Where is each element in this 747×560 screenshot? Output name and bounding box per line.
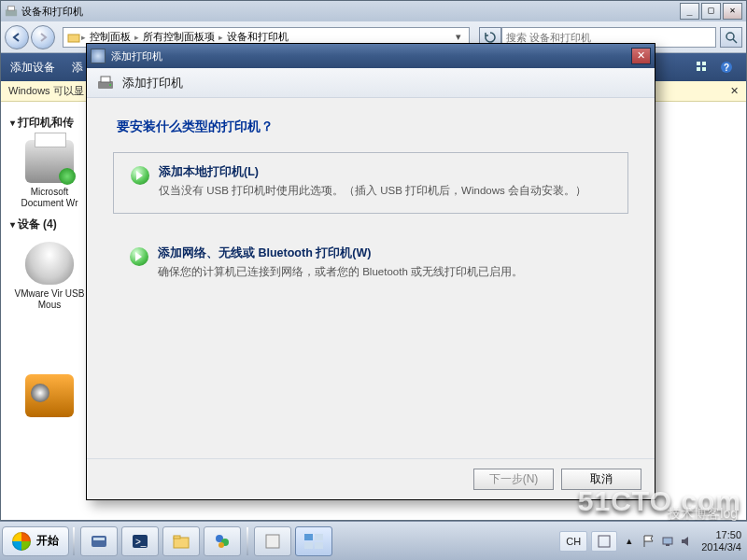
nav-forward-button[interactable] [31,25,55,49]
svg-rect-1 [8,7,15,10]
device-item[interactable]: Microsoft Document Wr [12,140,87,209]
taskbar-app-1[interactable] [204,526,241,556]
cmd-add-device[interactable]: 添加设备 [10,60,55,76]
taskbar: 开始 >_ CH ▴ 17:50 2014/3/4 [0,521,747,560]
wizard-question: 要安装什么类型的打印机？ [117,119,628,135]
address-dropdown-icon[interactable]: ▾ [452,31,465,43]
svg-line-4 [733,39,737,43]
explorer-titlebar[interactable]: 设备和打印机 _ □ ✕ [1,1,746,21]
wizard-titlebar[interactable]: 添加打印机 ✕ [87,44,655,68]
wizard-close-button[interactable]: ✕ [631,48,651,64]
help-button[interactable]: ? [716,57,737,77]
minimize-button[interactable]: _ [680,3,699,20]
tray-chevron[interactable]: ▴ [621,531,638,552]
wizard-title: 添加打印机 [111,49,162,63]
option-desc: 仅当没有 USB 打印机时使用此选项。（插入 USB 打印机后，Windows … [159,184,586,198]
taskbar-devices-active[interactable] [295,526,332,556]
search-button[interactable] [720,27,742,48]
camera-icon [25,374,74,417]
svg-rect-30 [666,544,669,546]
arrow-icon [130,247,148,266]
svg-rect-5 [697,62,700,65]
svg-rect-19 [174,536,180,539]
arrow-icon [131,166,149,185]
taskbar-separator [73,527,75,555]
add-printer-wizard: 添加打印机 ✕ 添加打印机 要安装什么类型的打印机？ 添加本地打印机(L) 仅当… [86,43,655,500]
info-close-icon[interactable]: ✕ [730,85,739,97]
view-options-button[interactable] [692,57,712,77]
close-button[interactable]: ✕ [723,3,742,20]
option-title: 添加本地打印机(L) [159,164,586,180]
taskbar-server-manager[interactable] [80,526,118,556]
svg-rect-8 [702,67,706,71]
device-item[interactable]: VMware Vir USB Mous [12,242,87,311]
svg-rect-2 [68,35,79,42]
category-printers[interactable]: 打印机和传 [10,115,89,131]
svg-rect-15 [93,538,105,540]
system-tray: CH ▴ 17:50 2014/3/4 [557,529,745,553]
windows-orb-icon [12,532,31,551]
category-devices[interactable]: 设备 (4) [10,217,89,232]
network-icon[interactable] [661,535,674,548]
svg-text:>_: >_ [135,537,147,547]
next-button[interactable]: 下一步(N) [473,469,554,490]
devices-icon [5,5,18,18]
explorer-title: 设备和打印机 [21,5,83,19]
volume-icon[interactable] [680,535,693,548]
svg-rect-24 [304,534,313,540]
nav-back-button[interactable] [5,25,29,49]
wizard-header: 添加打印机 [87,68,655,98]
wizard-icon [91,49,106,63]
device-item[interactable] [12,374,87,421]
svg-rect-27 [315,542,323,549]
action-flag-icon[interactable] [642,535,655,548]
printer-icon [25,140,74,183]
svg-point-13 [109,84,111,86]
svg-rect-23 [266,535,279,548]
taskbar-powershell[interactable]: >_ [121,526,159,556]
option-local-printer[interactable]: 添加本地打印机(L) 仅当没有 USB 打印机时使用此选项。（插入 USB 打印… [113,152,628,214]
start-button[interactable]: 开始 [2,526,69,556]
taskbar-app-2[interactable] [254,526,291,556]
svg-rect-18 [174,538,189,548]
mouse-icon [25,242,74,285]
svg-rect-29 [663,538,672,544]
option-network-printer[interactable]: 添加网络、无线或 Bluetooth 打印机(W) 确保您的计算机已连接到网络，… [113,245,628,279]
language-indicator[interactable]: CH [559,531,587,552]
svg-rect-7 [697,67,700,71]
option-desc: 确保您的计算机已连接到网络，或者您的 Bluetooth 或无线打印机已启用。 [158,265,523,279]
svg-rect-26 [304,542,313,549]
svg-point-22 [218,542,224,548]
svg-rect-6 [702,62,706,65]
taskbar-separator [247,527,248,555]
svg-point-3 [726,33,734,40]
folder-icon [67,31,80,44]
taskbar-explorer[interactable] [162,526,200,556]
wizard-body: 要安装什么类型的打印机？ 添加本地打印机(L) 仅当没有 USB 打印机时使用此… [87,98,655,458]
svg-rect-28 [599,536,610,547]
clock[interactable]: 17:50 2014/3/4 [701,529,741,553]
svg-rect-12 [101,77,110,82]
cmd-add-printer[interactable]: 添 [72,60,83,76]
svg-rect-25 [315,534,323,540]
svg-rect-14 [92,536,106,547]
svg-text:?: ? [724,63,729,73]
maximize-button[interactable]: □ [701,3,721,20]
option-title: 添加网络、无线或 Bluetooth 打印机(W) [158,245,523,261]
ime-button[interactable] [591,531,617,552]
printer-icon [96,74,115,92]
wizard-footer: 下一步(N) 取消 [87,458,655,499]
wizard-header-text: 添加打印机 [122,75,183,91]
